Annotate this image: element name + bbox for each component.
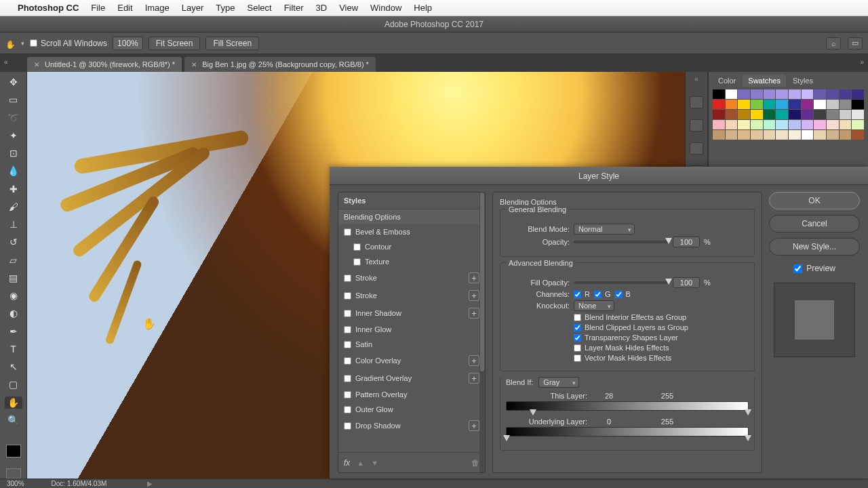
swatch[interactable] [814, 100, 826, 109]
style-enable-checkbox[interactable] [344, 422, 351, 430]
transparency-shapes-checkbox[interactable]: Transparency Shapes Layer [574, 333, 678, 342]
menu-layer[interactable]: Layer [182, 3, 204, 13]
menu-filter[interactable]: Filter [284, 3, 304, 13]
eraser-tool-icon[interactable]: ▱ [5, 254, 22, 266]
menu-3d[interactable]: 3D [316, 3, 328, 13]
tool-preset-chevron-icon[interactable]: ▾ [21, 40, 24, 47]
swatch[interactable] [764, 120, 776, 129]
move-down-icon[interactable]: ▼ [371, 459, 378, 467]
style-enable-checkbox[interactable] [344, 228, 351, 236]
preview-checkbox[interactable]: Preview [769, 264, 860, 273]
expand-panels-chevron-icon[interactable]: « [694, 76, 698, 83]
workspace-switcher-icon[interactable]: ▭ [848, 37, 863, 49]
style-enable-checkbox[interactable] [344, 326, 351, 333]
new-style-button[interactable]: New Style... [769, 238, 860, 256]
style-enable-checkbox[interactable] [344, 341, 351, 348]
healing-brush-tool-icon[interactable]: ✚ [5, 183, 22, 195]
swatch[interactable] [852, 89, 864, 99]
add-effect-icon[interactable]: ＋ [469, 308, 479, 319]
fx-menu-icon[interactable]: fx [344, 458, 350, 468]
gradient-tool-icon[interactable]: ▤ [5, 272, 22, 284]
channel-r-checkbox[interactable]: R [574, 290, 590, 298]
swatch[interactable] [726, 120, 738, 129]
panel-tab-swatches[interactable]: Swatches [743, 75, 786, 87]
channel-b-checkbox[interactable]: B [615, 290, 631, 298]
fill-opacity-value[interactable]: 100 [673, 277, 700, 288]
history-brush-tool-icon[interactable]: ↺ [5, 236, 22, 248]
add-effect-icon[interactable]: ＋ [469, 373, 479, 384]
zoom-tool-icon[interactable]: 🔍 [5, 414, 22, 426]
swatch[interactable] [802, 110, 814, 119]
actions-panel-icon[interactable] [690, 119, 703, 131]
style-row[interactable]: Inner Glow [338, 322, 485, 337]
add-effect-icon[interactable]: ＋ [469, 272, 479, 283]
blend-if-select[interactable]: Gray▾ [538, 377, 579, 388]
swatch[interactable] [827, 100, 839, 109]
swatch[interactable] [814, 89, 826, 99]
style-row[interactable]: Outer Glow [338, 402, 485, 417]
search-icon[interactable]: ⌕ [826, 37, 841, 49]
menu-edit[interactable]: Edit [117, 3, 132, 13]
swatch[interactable] [726, 89, 738, 99]
blend-interior-checkbox[interactable]: Blend Interior Effects as Group [574, 313, 686, 321]
swatch[interactable] [789, 100, 801, 109]
opacity-value[interactable]: 100 [673, 237, 700, 247]
swatch[interactable] [713, 120, 725, 129]
menu-image[interactable]: Image [145, 3, 170, 13]
type-tool-icon[interactable]: T [5, 343, 22, 355]
swatch[interactable] [751, 89, 763, 99]
style-row[interactable]: Texture [338, 254, 485, 269]
swatch[interactable] [840, 130, 852, 140]
swatch[interactable] [789, 110, 801, 119]
menu-view[interactable]: View [339, 3, 358, 13]
swatch[interactable] [764, 89, 776, 99]
status-zoom[interactable]: 300% [7, 480, 24, 487]
swatch[interactable] [789, 130, 801, 140]
style-enable-checkbox[interactable] [344, 274, 351, 282]
document-tab-2[interactable]: ✕ Big Ben 1.jpg @ 25% (Background copy, … [184, 57, 376, 72]
history-panel-icon[interactable] [690, 96, 703, 108]
dodge-tool-icon[interactable]: ◐ [5, 307, 22, 319]
clone-stamp-tool-icon[interactable]: ⊥ [5, 218, 22, 230]
pen-tool-icon[interactable]: ✒ [5, 325, 22, 338]
swatch[interactable] [802, 89, 814, 99]
swatches-grid[interactable] [709, 87, 868, 142]
style-row[interactable]: Gradient Overlay＋ [338, 369, 485, 387]
style-row[interactable]: Color Overlay＋ [338, 352, 485, 369]
blur-tool-icon[interactable]: ◉ [5, 289, 22, 302]
swatch[interactable] [776, 130, 788, 140]
add-effect-icon[interactable]: ＋ [469, 355, 479, 366]
swatch[interactable] [802, 130, 814, 140]
zoom-percent[interactable]: 100% [113, 37, 143, 50]
add-effect-icon[interactable]: ＋ [469, 420, 479, 431]
swatch[interactable] [776, 110, 788, 119]
this-layer-gradient[interactable] [506, 401, 749, 411]
layer-mask-hides-checkbox[interactable]: Layer Mask Hides Effects [574, 344, 669, 352]
style-enable-checkbox[interactable] [344, 310, 351, 317]
move-up-icon[interactable]: ▲ [357, 459, 364, 467]
channel-g-checkbox[interactable]: G [594, 290, 611, 298]
swatch[interactable] [726, 100, 738, 109]
document-tab-1[interactable]: ✕ Untitled-1 @ 300% (firework, RGB/8*) * [27, 57, 182, 72]
swatch[interactable] [776, 120, 788, 129]
style-row[interactable]: Bevel & Emboss [338, 224, 485, 239]
swatch[interactable] [840, 120, 852, 129]
underlying-black-slider[interactable] [503, 435, 510, 441]
swatch[interactable] [738, 89, 750, 99]
swatch[interactable] [764, 100, 776, 109]
style-row[interactable]: Satin [338, 337, 485, 352]
swatch[interactable] [852, 100, 864, 109]
blend-mode-select[interactable]: Normal▾ [574, 224, 635, 235]
add-effect-icon[interactable]: ＋ [469, 290, 479, 301]
swatch[interactable] [776, 89, 788, 99]
swatch[interactable] [840, 100, 852, 109]
properties-panel-icon[interactable] [690, 142, 703, 155]
menu-help[interactable]: Help [414, 3, 432, 13]
swatch[interactable] [776, 100, 788, 109]
knockout-select[interactable]: None▾ [574, 300, 614, 311]
swatch[interactable] [713, 89, 725, 99]
swatch[interactable] [814, 120, 826, 129]
swatch[interactable] [713, 110, 725, 119]
lasso-tool-icon[interactable]: ➰ [5, 112, 22, 124]
scroll-all-windows-checkbox[interactable]: Scroll All Windows [30, 39, 107, 48]
